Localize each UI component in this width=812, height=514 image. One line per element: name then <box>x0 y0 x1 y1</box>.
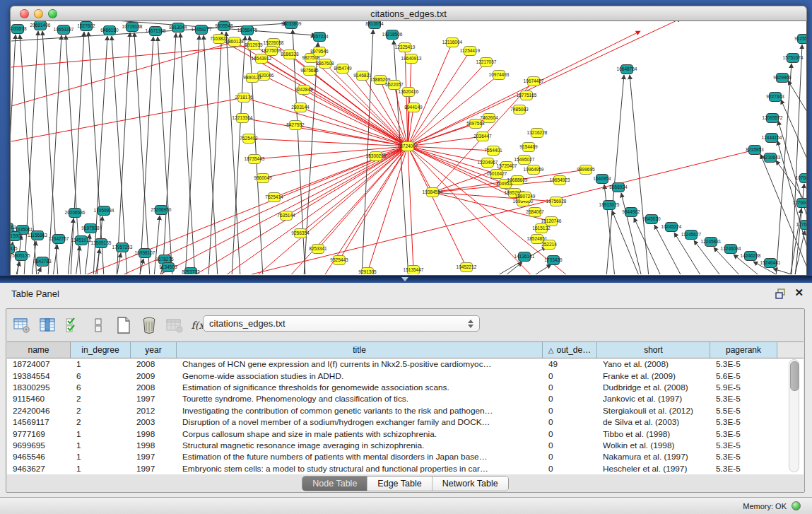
table-row[interactable]: 911546021997Tourette syndrome. Phenomeno… <box>7 393 804 404</box>
graph-node[interactable]: 9325443 <box>330 256 348 265</box>
table-row[interactable]: 1456911722003Disruption of a novel membe… <box>7 416 804 428</box>
table-cell[interactable]: 0 <box>543 429 597 439</box>
graph-node[interactable]: 14136141 <box>514 252 535 262</box>
table-cell[interactable]: 1 <box>71 440 131 450</box>
graph-node[interactable]: 16648784 <box>617 65 637 74</box>
graph-node[interactable]: 12342757 <box>49 235 69 244</box>
table-options-icon[interactable] <box>12 316 31 335</box>
table-selector[interactable]: citations_edges.txt <box>203 315 480 332</box>
graph-node[interactable]: 9890123 <box>243 74 261 83</box>
table-cell[interactable]: 0 <box>543 394 597 404</box>
table-cell[interactable]: 2 <box>71 394 131 404</box>
graph-node[interactable]: 10719188 <box>122 23 143 32</box>
graph-node[interactable]: 8860128 <box>225 37 244 47</box>
graph-node[interactable]: 18913025 <box>599 201 620 210</box>
table-cell[interactable]: 1997 <box>131 452 177 462</box>
graph-node[interactable]: 9146821 <box>353 71 372 81</box>
graph-node[interactable]: 1527602 <box>77 22 95 31</box>
graph-node[interactable]: 2867608 <box>316 59 334 69</box>
graph-node[interactable]: 13620416 <box>399 88 419 97</box>
graph-node[interactable]: 14246238 <box>741 252 761 261</box>
graph-node[interactable]: 14671358 <box>146 27 166 36</box>
graph-node[interactable]: 9134503 <box>159 263 177 272</box>
graph-node[interactable]: 8979546 <box>310 47 329 57</box>
graph-node[interactable]: 2036447 <box>473 132 492 141</box>
graph-node[interactable]: 8186328 <box>281 50 299 59</box>
graph-node[interactable]: 13246034 <box>721 245 741 254</box>
table-cell[interactable]: 14569117 <box>7 417 71 427</box>
graph-node[interactable]: 10452212 <box>457 263 477 272</box>
graph-node[interactable]: 2684067 <box>526 208 544 217</box>
graph-node[interactable]: 2718176 <box>235 93 253 103</box>
table-cell[interactable]: 9463627 <box>7 464 71 474</box>
graph-node[interactable]: 13505135 <box>91 239 112 248</box>
graph-node[interactable]: 8215953 <box>746 146 764 155</box>
table-cell[interactable]: 18300295 <box>7 382 71 392</box>
table-cell[interactable]: Franke et al. (2009) <box>597 371 710 381</box>
select-rows-icon[interactable] <box>63 316 82 335</box>
table-cell[interactable]: Jankovic et al. (1997) <box>597 394 710 404</box>
table-scrollbar[interactable] <box>789 359 799 472</box>
graph-node[interactable]: 10245224 <box>661 223 682 232</box>
table-cell[interactable]: Yano et al. (2008) <box>597 359 710 369</box>
graph-node[interactable]: 15135447 <box>404 266 424 275</box>
graph-node[interactable]: 9329966 <box>773 74 792 83</box>
table-cell[interactable]: Dudbridge et al. (2008) <box>597 382 710 392</box>
table-cell[interactable]: 18724007 <box>7 359 71 369</box>
close-window-button[interactable] <box>20 9 29 18</box>
table-cell[interactable]: 1997 <box>131 394 177 404</box>
table-cell[interactable]: 5.3E-5 <box>710 452 777 462</box>
graph-node[interactable]: 1615132 <box>532 224 551 233</box>
table-row[interactable]: 1938455462009Genome-wide association stu… <box>7 370 804 381</box>
table-cell[interactable]: 9115460 <box>7 394 71 404</box>
tab-node-table[interactable]: Node Table <box>302 477 367 491</box>
table-cell[interactable]: Structural magnetic resonance image aver… <box>177 440 543 450</box>
graph-node[interactable]: 6522057 <box>385 81 404 90</box>
table-cell[interactable]: Stergiakouli et al. (2012) <box>597 406 710 416</box>
table-row[interactable]: 946554611997Estimation of the future num… <box>7 451 804 462</box>
graph-node[interactable]: 12444154 <box>762 134 782 143</box>
column-header-in_degree[interactable]: in_degree <box>71 342 131 358</box>
show-columns-icon[interactable] <box>37 316 57 335</box>
graph-node[interactable]: 12204967 <box>478 158 498 168</box>
table-cell[interactable]: 2 <box>71 406 131 416</box>
graph-node[interactable]: 9197588 <box>81 224 100 233</box>
graph-node[interactable]: 9605548 <box>215 22 233 31</box>
zoom-window-button[interactable] <box>48 9 57 18</box>
table-scrollbar-thumb[interactable] <box>790 361 799 391</box>
graph-node[interactable]: 20206536 <box>65 209 86 218</box>
graph-node[interactable]: 8813054 <box>365 21 384 29</box>
graph-node[interactable]: 9860049 <box>254 174 272 183</box>
graph-node[interactable]: 15495027 <box>514 156 535 165</box>
graph-node[interactable]: 20691406 <box>30 21 51 30</box>
graph-node[interactable]: 11254419 <box>460 47 481 56</box>
table-cell[interactable]: 19384554 <box>7 371 71 381</box>
graph-node[interactable]: 5497568 <box>466 119 485 129</box>
table-cell[interactable]: 0 <box>543 406 597 416</box>
column-header-out_de[interactable]: △out_de… <box>543 342 597 358</box>
table-cell[interactable]: 1 <box>71 452 131 462</box>
graph-node[interactable]: 252214 <box>541 240 557 250</box>
table-cell[interactable]: Investigating the contribution of common… <box>177 406 543 416</box>
row-height-icon[interactable] <box>88 316 107 335</box>
graph-node[interactable]: 17957253 <box>112 243 133 252</box>
table-cell[interactable]: 0 <box>543 452 597 462</box>
graph-node[interactable]: 10674487 <box>524 77 544 86</box>
graph-node[interactable]: 15246441 <box>760 259 781 268</box>
table-cell[interactable]: Hescheler et al. (1997) <box>597 464 710 474</box>
minimize-window-button[interactable] <box>34 9 43 18</box>
table-cell[interactable]: 2003 <box>131 417 177 427</box>
graph-node[interactable]: 9844962 <box>622 208 640 217</box>
table-row[interactable]: 1830029562008Estimation of significance … <box>7 382 804 393</box>
graph-node[interactable]: 12325419 <box>395 43 416 52</box>
graph-node[interactable]: 5905135 <box>12 252 30 261</box>
table-row[interactable]: 1872400712008Changes of HCN gene express… <box>7 358 804 370</box>
graph-node[interactable]: 19218506 <box>382 30 403 40</box>
column-header-year[interactable]: year <box>131 342 177 358</box>
graph-node[interactable]: 1733426 <box>544 256 563 265</box>
graph-node[interactable]: 8357224 <box>310 33 329 42</box>
network-canvas[interactable]: 4035578206914061065328715276026466160107… <box>10 21 807 276</box>
graph-node[interactable]: 18300295 <box>366 152 387 161</box>
panel-divider[interactable] <box>0 276 812 283</box>
table-cell[interactable]: 5.3E-5 <box>710 394 777 404</box>
